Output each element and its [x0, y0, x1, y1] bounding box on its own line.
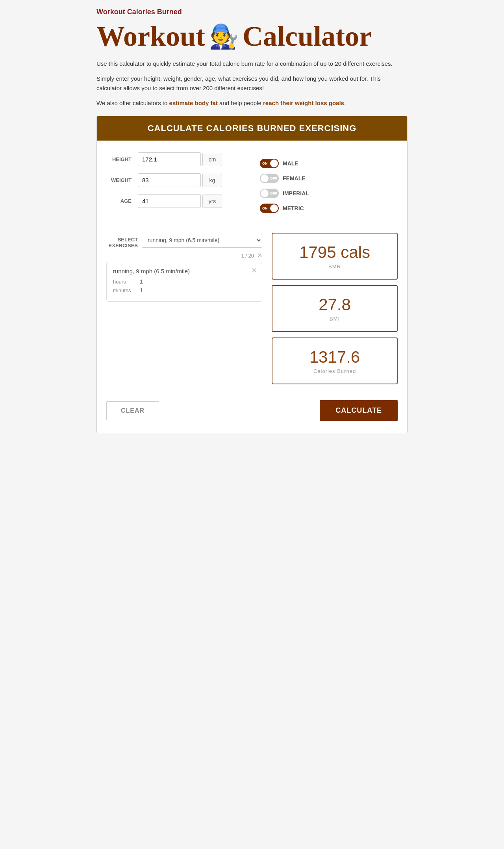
male-toggle[interactable]: ON — [260, 159, 279, 168]
clear-button[interactable]: CLEAR — [106, 401, 159, 420]
buttons-row: CLEAR CALCULATE — [106, 396, 398, 421]
bmi-value: 27.8 — [280, 295, 389, 314]
exercise-select[interactable]: running, 9 mph (6.5 min/mile) running, 8… — [142, 233, 262, 248]
male-toggle-knob — [270, 159, 278, 167]
calculate-button[interactable]: CALCULATE — [320, 400, 398, 421]
calc-header: CALCULATE CALORIES BURNED EXERCISING — [97, 116, 407, 141]
description3: We also offer calculators to estimate bo… — [96, 98, 408, 108]
left-inputs: HEIGHT cm WEIGHT kg AGE yrs — [106, 152, 244, 215]
right-toggles: ON MALE OFF FEMALE OFF IMPE — [260, 152, 398, 215]
calories-label: Calories Burned — [280, 368, 389, 374]
select-area: SELECTEXERCISES running, 9 mph (6.5 min/… — [106, 233, 262, 248]
select-exercises-label: SELECTEXERCISES — [106, 233, 138, 248]
weight-input[interactable] — [138, 173, 201, 187]
results-col: 1795 cals BMR 27.8 BMI 1317.6 Calories B… — [272, 233, 398, 384]
desc3-post: . — [344, 100, 346, 106]
bmr-value: 1795 cals — [280, 243, 389, 262]
calculator-section: CALCULATE CALORIES BURNED EXERCISING HEI… — [96, 116, 408, 433]
bmr-box: 1795 cals BMR — [272, 233, 398, 280]
minutes-row: minutes 1 — [113, 287, 256, 293]
metric-on-text: ON — [262, 206, 268, 210]
hours-value: 1 — [140, 278, 143, 285]
metric-toggle-row: ON METRIC — [260, 204, 398, 213]
exercise-card-remove-btn[interactable]: ✕ — [251, 266, 257, 275]
exercise-select-wrapper: running, 9 mph (6.5 min/mile) running, 8… — [142, 233, 262, 248]
male-on-text: ON — [262, 161, 268, 165]
age-input[interactable] — [138, 194, 201, 208]
link-weight-loss[interactable]: reach their weight loss goals — [263, 100, 344, 106]
imperial-toggle-row: OFF IMPERIAL — [260, 189, 398, 198]
metric-label: METRIC — [283, 205, 304, 211]
hero-icon: 🧑‍🔧 — [209, 22, 239, 50]
minutes-label: minutes — [113, 287, 137, 293]
page-title: Workout Calories Burned — [96, 8, 408, 16]
imperial-label: IMPERIAL — [283, 190, 309, 196]
hours-label: hours — [113, 279, 137, 285]
male-label: MALE — [283, 160, 298, 167]
hero-word1: Workout — [96, 20, 205, 53]
description2: Simply enter your height, weight, gender… — [96, 74, 408, 93]
imperial-off-text: OFF — [270, 191, 277, 195]
age-label: AGE — [106, 198, 138, 204]
clear-exercise-btn[interactable]: ✕ — [257, 252, 262, 259]
hours-row: hours 1 — [113, 278, 256, 285]
weight-unit: kg — [202, 174, 222, 187]
counter-row: 1 / 20 ✕ — [106, 252, 262, 259]
height-input[interactable] — [138, 152, 201, 166]
bmi-box: 27.8 BMI — [272, 285, 398, 332]
age-unit: yrs — [202, 195, 222, 208]
height-group: HEIGHT cm — [106, 152, 244, 166]
female-off-text: OFF — [270, 176, 277, 180]
divider — [106, 223, 398, 223]
exercises-col: SELECTEXERCISES running, 9 mph (6.5 min/… — [106, 233, 262, 302]
desc3-mid: and help people — [218, 100, 263, 106]
weight-group: WEIGHT kg — [106, 173, 244, 187]
minutes-value: 1 — [140, 287, 143, 293]
imperial-toggle[interactable]: OFF — [260, 189, 279, 198]
hero-title: Workout 🧑‍🔧 Calculator — [96, 20, 408, 53]
exercise-card: running, 9 mph (6.5 min/mile) ✕ hours 1 … — [106, 262, 262, 302]
metric-toggle[interactable]: ON — [260, 204, 279, 213]
metric-toggle-knob — [270, 204, 278, 212]
bmr-label: BMR — [280, 263, 389, 269]
exercise-card-title: running, 9 mph (6.5 min/mile) — [113, 268, 256, 274]
female-toggle[interactable]: OFF — [260, 174, 279, 183]
height-unit: cm — [202, 153, 222, 166]
hero-word2: Calculator — [243, 20, 372, 53]
male-toggle-row: ON MALE — [260, 159, 398, 168]
calories-value: 1317.6 — [280, 348, 389, 367]
weight-label: WEIGHT — [106, 177, 138, 183]
bmi-label: BMI — [280, 316, 389, 322]
exercise-counter: 1 / 20 — [241, 253, 254, 259]
calc-body: HEIGHT cm WEIGHT kg AGE yrs — [97, 141, 407, 433]
female-toggle-knob — [261, 174, 269, 182]
imperial-toggle-knob — [261, 189, 269, 197]
height-label: HEIGHT — [106, 156, 138, 162]
desc3-pre: We also offer calculators to — [96, 100, 169, 106]
inputs-row: HEIGHT cm WEIGHT kg AGE yrs — [106, 152, 398, 215]
calories-box: 1317.6 Calories Burned — [272, 337, 398, 384]
female-label: FEMALE — [283, 175, 306, 182]
link-body-fat[interactable]: estimate body fat — [169, 100, 218, 106]
female-toggle-row: OFF FEMALE — [260, 174, 398, 183]
age-group: AGE yrs — [106, 194, 244, 208]
description1: Use this calculator to quickly estimate … — [96, 59, 408, 69]
exercises-results-row: SELECTEXERCISES running, 9 mph (6.5 min/… — [106, 233, 398, 384]
